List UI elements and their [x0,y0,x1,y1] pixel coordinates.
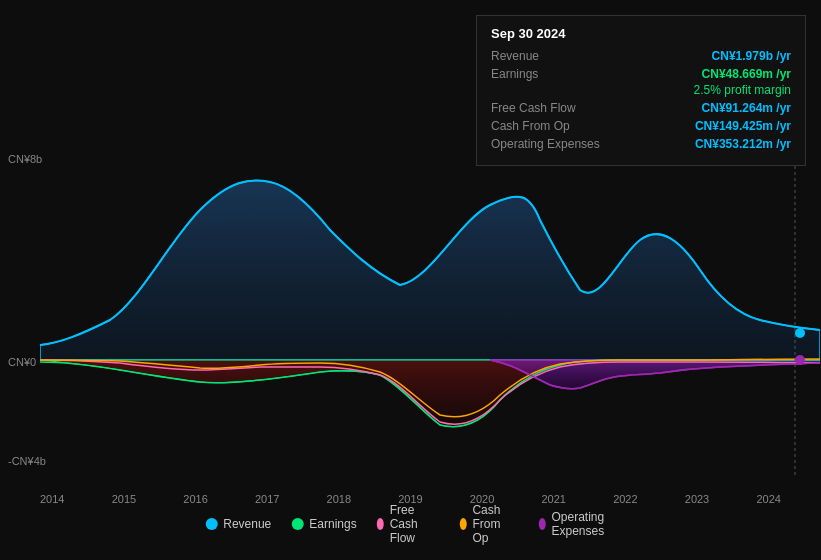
tooltip-row-opex: Operating Expenses CN¥353.212m /yr [491,137,791,151]
legend-label-cashfromop: Cash From Op [472,503,518,545]
x-label-2016: 2016 [183,493,207,505]
x-label-2014: 2014 [40,493,64,505]
x-label-2023: 2023 [685,493,709,505]
tooltip-label-cashfromop: Cash From Op [491,119,570,133]
legend-item-revenue[interactable]: Revenue [205,517,271,531]
x-label-2022: 2022 [613,493,637,505]
tooltip-row-fcf: Free Cash Flow CN¥91.264m /yr [491,101,791,115]
tooltip-label-revenue: Revenue [491,49,539,63]
tooltip-value-cashfromop: CN¥149.425m /yr [695,119,791,133]
legend-dot-revenue [205,518,217,530]
chart-container: Sep 30 2024 Revenue CN¥1.979b /yr Earnin… [0,0,821,560]
legend-label-revenue: Revenue [223,517,271,531]
chart-svg [40,160,820,475]
revenue-area [40,180,820,360]
legend: Revenue Earnings Free Cash Flow Cash Fro… [205,503,616,545]
legend-item-fcf[interactable]: Free Cash Flow [377,503,440,545]
tooltip-value-fcf: CN¥91.264m /yr [702,101,791,115]
profit-margin-row: 2.5% profit margin [491,83,791,97]
legend-dot-opex [538,518,545,530]
legend-item-earnings[interactable]: Earnings [291,517,356,531]
tooltip-label-earnings: Earnings [491,67,538,81]
legend-item-cashfromop[interactable]: Cash From Op [459,503,518,545]
legend-label-fcf: Free Cash Flow [390,503,440,545]
x-label-2024: 2024 [756,493,780,505]
tooltip-value-revenue: CN¥1.979b /yr [712,49,791,63]
x-label-2015: 2015 [112,493,136,505]
tooltip-row-earnings: Earnings CN¥48.669m /yr [491,67,791,81]
legend-label-earnings: Earnings [309,517,356,531]
profit-margin-label: 2.5% profit margin [694,83,791,97]
legend-dot-earnings [291,518,303,530]
tooltip-label-opex: Operating Expenses [491,137,600,151]
tooltip-row-revenue: Revenue CN¥1.979b /yr [491,49,791,63]
tooltip-value-opex: CN¥353.212m /yr [695,137,791,151]
y-label-top: CN¥8b [8,153,42,165]
legend-item-opex[interactable]: Operating Expenses [538,510,615,538]
legend-dot-fcf [377,518,384,530]
legend-dot-cashfromop [459,518,466,530]
opex-marker [795,355,805,365]
tooltip-label-fcf: Free Cash Flow [491,101,576,115]
y-label-mid: CN¥0 [8,356,36,368]
tooltip-row-cashfromop: Cash From Op CN¥149.425m /yr [491,119,791,133]
tooltip-value-earnings: CN¥48.669m /yr [702,67,791,81]
legend-label-opex: Operating Expenses [551,510,615,538]
tooltip-date: Sep 30 2024 [491,26,791,41]
tooltip-box: Sep 30 2024 Revenue CN¥1.979b /yr Earnin… [476,15,806,166]
revenue-marker [795,328,805,338]
